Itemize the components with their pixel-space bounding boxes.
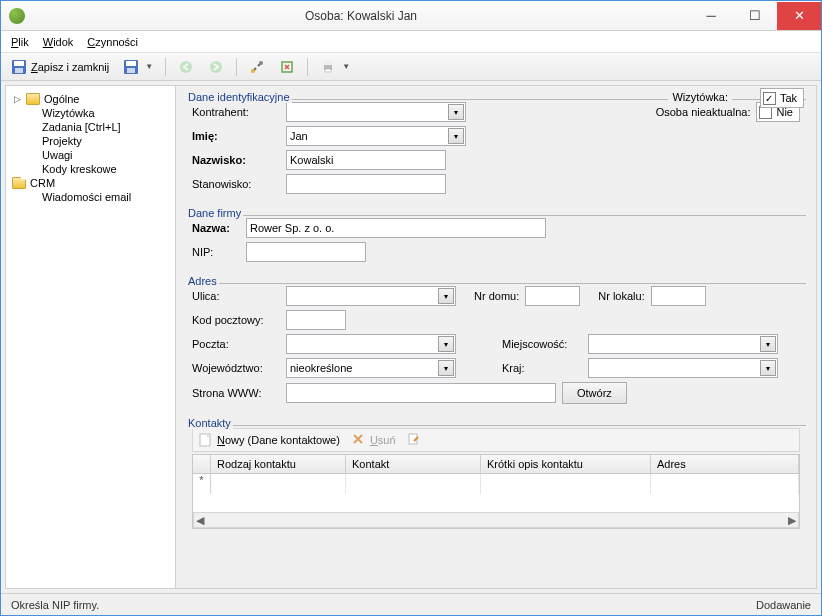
refresh-button[interactable]: [275, 57, 299, 77]
nav-forward-button[interactable]: [204, 57, 228, 77]
svg-rect-5: [127, 68, 135, 73]
table-header: Rodzaj kontaktu Kontakt Krótki opis kont…: [193, 455, 799, 474]
svg-rect-13: [325, 69, 331, 72]
col-addr[interactable]: Adres: [651, 455, 799, 473]
label-position: Stanowisko:: [192, 178, 280, 190]
horizontal-scrollbar[interactable]: ◀▶: [193, 512, 799, 528]
label-nip: NIP:: [192, 246, 240, 258]
save-close-button[interactable]: Zapisz i zamknij: [7, 57, 113, 77]
group-identity: Dane identyfikacyjne Wizytówka: ✓Tak Kon…: [186, 92, 806, 204]
print-button[interactable]: ▼: [316, 57, 354, 77]
edit-icon[interactable]: [408, 433, 422, 447]
document-icon: [199, 433, 213, 447]
legend-contacts: Kontakty: [186, 417, 233, 429]
status-right: Dodawanie: [756, 599, 811, 611]
statusbar: Określa NIP firmy. Dodawanie: [1, 593, 821, 615]
menu-file[interactable]: Plik: [11, 36, 29, 48]
nav-item-emails[interactable]: Wiadomości email: [10, 190, 171, 204]
svg-point-6: [180, 61, 192, 73]
input-position[interactable]: [286, 174, 446, 194]
nav-item-projects[interactable]: Projekty: [10, 134, 171, 148]
nav-tree: ▷Ogólne Wizytówka Zadania [Ctrl+L] Proje…: [6, 86, 176, 588]
main-area: ▷Ogólne Wizytówka Zadania [Ctrl+L] Proje…: [5, 85, 817, 589]
svg-rect-12: [325, 62, 331, 65]
group-contacts: Kontakty Nowy (Dane kontaktowe) Usuń Rod…: [186, 418, 806, 529]
label-house: Nr domu:: [474, 290, 519, 302]
label-postcode: Kod pocztowy:: [192, 314, 280, 326]
app-icon: [9, 8, 25, 24]
nav-item-crm[interactable]: CRM: [10, 176, 171, 190]
close-button[interactable]: ✕: [777, 2, 821, 30]
nav-back-button[interactable]: [174, 57, 198, 77]
save-icon: [123, 59, 139, 75]
svg-point-8: [251, 69, 255, 73]
open-www-button[interactable]: Otwórz: [562, 382, 627, 404]
chevron-down-icon: ▾: [438, 336, 454, 352]
svg-point-9: [259, 61, 263, 65]
input-flat[interactable]: [651, 286, 706, 306]
nav-item-notes[interactable]: Uwagi: [10, 148, 171, 162]
chevron-down-icon: ▾: [448, 104, 464, 120]
input-postcode[interactable]: [286, 310, 346, 330]
input-lastname[interactable]: [286, 150, 446, 170]
table-row-new[interactable]: *: [193, 474, 799, 494]
label-province: Województwo:: [192, 362, 280, 374]
col-contact[interactable]: Kontakt: [346, 455, 481, 473]
minimize-button[interactable]: ─: [689, 2, 733, 30]
input-company-name[interactable]: [246, 218, 546, 238]
svg-rect-2: [15, 68, 23, 73]
nav-item-card[interactable]: Wizytówka: [10, 106, 171, 120]
contacts-new-button[interactable]: Nowy (Dane kontaktowe): [199, 433, 340, 447]
svg-rect-4: [126, 61, 136, 66]
input-street[interactable]: ▾: [286, 286, 456, 306]
checkbox-businesscard[interactable]: ✓Tak: [760, 88, 804, 108]
label-kontrahent: Kontrahent:: [192, 106, 280, 118]
check-icon: ✓: [763, 92, 776, 105]
svg-point-7: [210, 61, 222, 73]
folder-open-icon: [12, 177, 26, 189]
tools-button[interactable]: [245, 57, 269, 77]
save-button[interactable]: ▼: [119, 57, 157, 77]
chevron-down-icon: ▾: [438, 360, 454, 376]
input-post[interactable]: ▾: [286, 334, 456, 354]
arrow-left-icon: [178, 59, 194, 75]
nav-item-tasks[interactable]: Zadania [Ctrl+L]: [10, 120, 171, 134]
label-inactive: Osoba nieaktualna:: [656, 106, 751, 118]
contacts-delete-button[interactable]: Usuń: [352, 433, 396, 447]
legend-address: Adres: [186, 275, 219, 287]
input-nip[interactable]: [246, 242, 366, 262]
menubar: Plik Widok Czynności: [1, 31, 821, 53]
input-city[interactable]: ▾: [588, 334, 778, 354]
input-www[interactable]: [286, 383, 556, 403]
print-icon: [320, 59, 336, 75]
arrow-right-icon: [208, 59, 224, 75]
input-house[interactable]: [525, 286, 580, 306]
menu-view[interactable]: Widok: [43, 36, 74, 48]
chevron-down-icon: ▾: [448, 128, 464, 144]
label-street: Ulica:: [192, 290, 280, 302]
maximize-button[interactable]: ☐: [733, 2, 777, 30]
nav-item-general[interactable]: ▷Ogólne: [10, 92, 171, 106]
label-lastname: Nazwisko:: [192, 154, 280, 166]
menu-actions[interactable]: Czynności: [87, 36, 138, 48]
col-type[interactable]: Rodzaj kontaktu: [211, 455, 346, 473]
chevron-down-icon: ▾: [760, 336, 776, 352]
label-www: Strona WWW:: [192, 387, 280, 399]
contacts-toolbar: Nowy (Dane kontaktowe) Usuń: [192, 428, 800, 452]
tools-icon: [249, 59, 265, 75]
input-firstname[interactable]: Jan▾: [286, 126, 466, 146]
folder-icon: [26, 93, 40, 105]
input-province[interactable]: nieokreślone▾: [286, 358, 456, 378]
delete-icon: [352, 433, 366, 447]
nav-item-barcodes[interactable]: Kody kreskowe: [10, 162, 171, 176]
window-title: Osoba: Kowalski Jan: [33, 9, 689, 23]
label-post: Poczta:: [192, 338, 280, 350]
save-close-label: Zapisz i zamknij: [31, 61, 109, 73]
col-desc[interactable]: Krótki opis kontaktu: [481, 455, 651, 473]
input-kontrahent[interactable]: ▾: [286, 102, 466, 122]
svg-rect-1: [14, 61, 24, 66]
refresh-icon: [279, 59, 295, 75]
input-country[interactable]: ▾: [588, 358, 778, 378]
new-row-indicator: *: [193, 474, 211, 494]
chevron-down-icon: ▾: [760, 360, 776, 376]
